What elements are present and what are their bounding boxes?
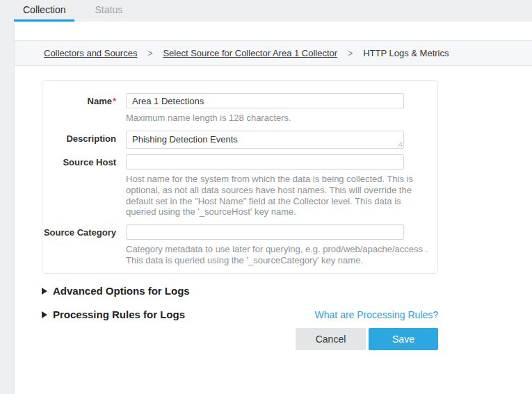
source-host-input[interactable] (126, 154, 404, 170)
save-button[interactable]: Save (369, 328, 438, 350)
description-label: Description (42, 131, 116, 145)
action-buttons-row: Cancel Save (15, 328, 532, 350)
tab-collection[interactable]: Collection (14, 0, 74, 22)
advanced-options-toggle[interactable]: Advanced Options for Logs (42, 285, 190, 297)
required-asterisk: * (113, 96, 116, 106)
name-input[interactable] (126, 93, 404, 108)
content-panel: Collectors and Sources > Select Source f… (14, 22, 532, 394)
processing-rules-toggle[interactable]: Processing Rules for Logs (42, 309, 185, 320)
advanced-options-label: Advanced Options for Logs (53, 285, 190, 297)
source-host-helper-text: Host name for the system from which the … (126, 174, 429, 217)
source-category-label: Source Category (42, 224, 116, 238)
description-field-row: Description Phishing Detection Events (42, 131, 437, 149)
cancel-button[interactable]: Cancel (296, 328, 366, 350)
source-category-field-row: Source Category Category metadata to use… (42, 224, 437, 266)
breadcrumb: Collectors and Sources > Select Source f… (15, 40, 532, 66)
expand-arrow-icon (42, 288, 47, 295)
expand-arrow-icon (42, 311, 47, 318)
tab-status-label: Status (95, 4, 122, 15)
processing-rules-label: Processing Rules for Logs (53, 309, 185, 320)
breadcrumb-separator: > (147, 49, 152, 58)
name-helper-text: Maximum name length is 128 characters. (126, 113, 429, 124)
breadcrumb-current-page: HTTP Logs & Metrics (363, 48, 449, 58)
source-host-label: Source Host (42, 154, 116, 168)
tab-collection-label: Collection (23, 4, 65, 15)
processing-rules-help-link[interactable]: What are Processing Rules? (315, 309, 438, 320)
breadcrumb-link-collectors-and-sources[interactable]: Collectors and Sources (44, 48, 137, 58)
description-textarea[interactable]: Phishing Detection Events (126, 131, 404, 149)
tab-status[interactable]: Status (86, 0, 131, 22)
name-label-text: Name (88, 96, 112, 106)
source-category-input[interactable] (126, 224, 404, 240)
source-category-helper-text: Category metadata to use later for query… (126, 244, 429, 266)
source-host-field-row: Source Host Host name for the system fro… (42, 154, 437, 217)
name-field-row: Name* Maximum name length is 128 charact… (42, 93, 437, 124)
breadcrumb-separator: > (348, 49, 353, 58)
breadcrumb-link-select-source[interactable]: Select Source for Collector Area 1 Colle… (163, 48, 337, 58)
section-advanced-options: Advanced Options for Logs (42, 285, 438, 297)
tab-bar: Collection Status (0, 0, 532, 22)
name-label: Name* (42, 93, 116, 107)
source-config-card: Name* Maximum name length is 128 charact… (42, 80, 438, 274)
section-processing-rules: Processing Rules for Logs What are Proce… (42, 309, 438, 320)
